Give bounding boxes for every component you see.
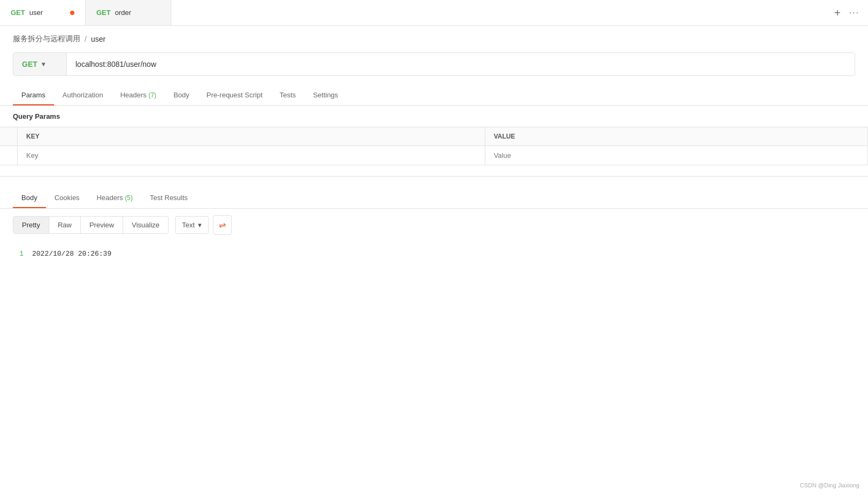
query-params-title: Query Params [0, 106, 868, 127]
row-checkbox-cell[interactable] [0, 146, 18, 165]
more-tabs-button[interactable]: ··· [849, 8, 859, 18]
format-select[interactable]: Text ▾ [175, 216, 209, 234]
breadcrumb-current: user [91, 35, 105, 43]
key-col-header: KEY [18, 127, 485, 146]
request-tabs: Params Authorization Headers (7) Body Pr… [0, 85, 868, 106]
value-col-header: VALUE [485, 127, 867, 146]
breadcrumb: 服务拆分与远程调用 / user [0, 26, 868, 52]
line-content-1: 2022/10/28 20:26:39 [32, 248, 111, 260]
view-pretty-button[interactable]: Pretty [13, 217, 49, 233]
resp-tab-headers[interactable]: Headers (5) [88, 187, 141, 208]
response-body: 1 2022/10/28 20:26:39 [0, 241, 868, 266]
checkbox-col-header [0, 127, 18, 146]
word-wrap-icon: ⇌ [219, 220, 226, 230]
tab-headers[interactable]: Headers (7) [112, 85, 165, 105]
tab-body[interactable]: Body [165, 85, 198, 105]
table-row [0, 146, 868, 165]
resp-tab-cookies[interactable]: Cookies [46, 187, 88, 208]
key-cell[interactable] [18, 146, 485, 165]
value-cell[interactable] [485, 146, 867, 165]
url-input[interactable] [67, 53, 855, 75]
format-arrow-icon: ▾ [198, 221, 202, 229]
section-divider [0, 176, 868, 177]
params-table: KEY VALUE [0, 127, 868, 165]
response-tabs: Body Cookies Headers (5) Test Results [0, 187, 868, 209]
tab-authorization[interactable]: Authorization [54, 85, 112, 105]
tab-order-method-label: GET [96, 9, 111, 17]
method-label: GET [22, 60, 37, 68]
view-preview-button[interactable]: Preview [81, 217, 123, 233]
tab-method-label: GET [11, 9, 25, 17]
view-raw-button[interactable]: Raw [49, 217, 81, 233]
response-toolbar: Pretty Raw Preview Visualize Text ▾ ⇌ [0, 209, 868, 241]
response-line-1: 1 2022/10/28 20:26:39 [13, 248, 855, 260]
tab-bar: GET user GET order + ··· [0, 0, 868, 26]
view-btn-group: Pretty Raw Preview Visualize [13, 216, 169, 234]
value-input[interactable] [494, 151, 859, 159]
new-tab-button[interactable]: + [834, 7, 841, 18]
breadcrumb-separator: / [85, 35, 87, 43]
tab-active-dot [70, 11, 74, 15]
method-dropdown-arrow: ▾ [42, 60, 45, 68]
tab-get-order[interactable]: GET order [86, 0, 171, 25]
word-wrap-button[interactable]: ⇌ [213, 215, 232, 235]
tab-tests[interactable]: Tests [271, 85, 304, 105]
tab-name-label: user [29, 9, 43, 17]
view-visualize-button[interactable]: Visualize [123, 217, 168, 233]
breadcrumb-parent[interactable]: 服务拆分与远程调用 [13, 34, 80, 44]
method-select[interactable]: GET ▾ [13, 53, 67, 75]
tab-settings[interactable]: Settings [304, 85, 347, 105]
tab-order-name-label: order [115, 9, 131, 17]
tab-pre-request-script[interactable]: Pre-request Script [198, 85, 271, 105]
url-bar: GET ▾ [13, 52, 855, 76]
resp-tab-body[interactable]: Body [13, 187, 46, 208]
format-label: Text [182, 221, 195, 229]
tab-actions: + ··· [826, 0, 868, 25]
resp-tab-test-results[interactable]: Test Results [141, 187, 196, 208]
line-number-1: 1 [13, 248, 24, 260]
tab-get-user[interactable]: GET user [0, 0, 86, 25]
key-input[interactable] [26, 151, 476, 159]
tab-params[interactable]: Params [13, 85, 54, 105]
